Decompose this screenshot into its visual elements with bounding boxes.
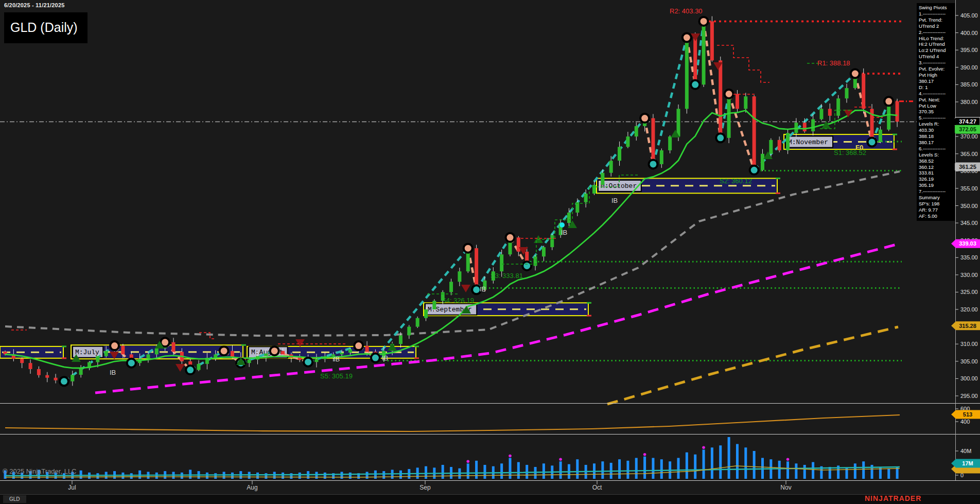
- svg-text:S2: 360.12: S2: 360.12: [720, 177, 752, 185]
- svg-text:400.00: 400.00: [960, 30, 978, 36]
- month-chip[interactable]: M:November: [785, 136, 833, 148]
- svg-text:Jul: Jul: [68, 484, 76, 491]
- svg-text:355.00: 355.00: [960, 185, 978, 192]
- ninjatrader-window: { "header": { "date_range": "6/20/2025 -…: [0, 0, 980, 504]
- svg-text:370.00: 370.00: [960, 133, 978, 140]
- svg-text:372.05: 372.05: [959, 126, 976, 132]
- svg-text:IB: IB: [611, 197, 618, 204]
- svg-text:R2: 403.30: R2: 403.30: [670, 7, 703, 15]
- svg-text:M:July: M:July: [75, 349, 99, 356]
- svg-text:40M: 40M: [960, 448, 971, 454]
- ema-layer: [5, 110, 897, 368]
- svg-text:395.00: 395.00: [960, 47, 978, 53]
- svg-text:300.00: 300.00: [960, 375, 978, 381]
- svg-text:IB: IB: [110, 369, 116, 376]
- svg-text:361.25: 361.25: [959, 164, 976, 170]
- status-bar: [0, 494, 980, 504]
- svg-text:M:October: M:October: [601, 182, 637, 190]
- zigzag-layer: [64, 21, 888, 381]
- svg-text:17M: 17M: [962, 460, 973, 466]
- svg-text:F0: F0: [855, 144, 863, 151]
- svg-text:385.00: 385.00: [960, 81, 978, 88]
- axes-layer: 405.00400.00395.00390.00385.00380.00375.…: [0, 0, 980, 481]
- svg-text:390.00: 390.00: [960, 64, 978, 71]
- svg-text:Oct: Oct: [592, 484, 602, 491]
- volume-layer: 40M0: [4, 437, 972, 479]
- svg-text:374.27: 374.27: [959, 118, 976, 125]
- svg-text:339.03: 339.03: [959, 240, 976, 247]
- svg-text:365.00: 365.00: [960, 151, 978, 157]
- svg-text:S5: 305.19: S5: 305.19: [320, 372, 353, 380]
- tab-gld[interactable]: GLD: [3, 495, 26, 503]
- svg-text:305.00: 305.00: [960, 358, 978, 364]
- candles-layer: [4, 16, 899, 386]
- svg-text:405.00: 405.00: [960, 12, 978, 19]
- svg-text:345.00: 345.00: [960, 220, 978, 226]
- ninjatrader-logo: NINJATRADER: [865, 494, 921, 502]
- copyright-watermark: © 2025 NinjaTrader, LLC: [3, 467, 77, 475]
- svg-text:Aug: Aug: [247, 484, 257, 491]
- svg-text:320.00: 320.00: [960, 306, 978, 312]
- svg-text:513: 513: [963, 411, 972, 418]
- svg-text:350.00: 350.00: [960, 203, 978, 209]
- svg-text:335.00: 335.00: [960, 254, 978, 260]
- svg-text:S3: 333.81: S3: 333.81: [491, 272, 523, 280]
- x-axis-layer: JulAugSepOctNov: [68, 480, 791, 491]
- price-chart[interactable]: M:JulyM:AugustM:SeptemberM:OctoberM:Nove…: [0, 0, 980, 504]
- svg-text:400: 400: [960, 419, 970, 425]
- panel2-layer: 600400: [5, 406, 970, 431]
- svg-text:310.00: 310.00: [960, 341, 978, 347]
- svg-text:IB: IB: [334, 355, 340, 363]
- svg-text:IB: IB: [561, 229, 567, 236]
- svg-text:Nov: Nov: [780, 484, 791, 491]
- svg-text:380.00: 380.00: [960, 99, 978, 105]
- svg-text:IB: IB: [382, 354, 388, 362]
- svg-text:Sep: Sep: [419, 484, 431, 491]
- svg-text:330.00: 330.00: [960, 272, 978, 278]
- svg-text:M:November: M:November: [788, 138, 828, 146]
- svg-text:315.28: 315.28: [959, 323, 976, 329]
- swing-pivots-panel: Swing Pivots 1.-------------- Pvt. Trend…: [917, 3, 955, 221]
- symbol-title: GLD (Daily): [4, 12, 87, 43]
- svg-text:R1: 388.18: R1: 388.18: [817, 59, 850, 67]
- svg-text:IB: IB: [480, 285, 486, 293]
- svg-text:325.00: 325.00: [960, 289, 978, 295]
- date-range: 6/20/2025 - 11/21/2025: [4, 2, 65, 8]
- svg-text:295.00: 295.00: [960, 393, 978, 399]
- svg-text:S4: 326.19: S4: 326.19: [442, 297, 474, 304]
